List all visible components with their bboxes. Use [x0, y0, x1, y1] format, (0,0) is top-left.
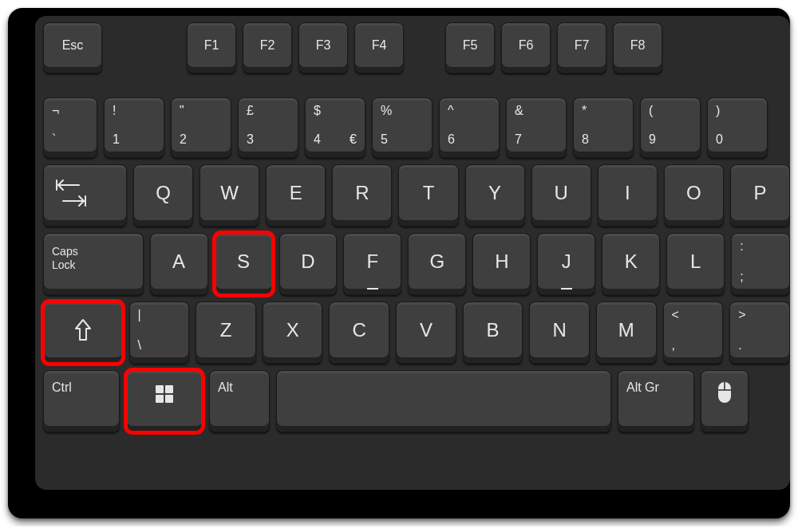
key-j[interactable]: J: [537, 233, 595, 295]
modifier-row: Ctrl Alt Alt Gr: [35, 370, 790, 432]
key-8[interactable]: * 8: [573, 97, 634, 158]
svg-marker-4: [76, 320, 90, 340]
key-period[interactable]: > .: [729, 301, 790, 364]
key-top: &: [515, 104, 523, 117]
key-e[interactable]: E: [266, 164, 326, 227]
func-gap: [410, 22, 439, 73]
key-u[interactable]: U: [531, 164, 591, 227]
key-bottom: ,: [672, 339, 675, 352]
windows-icon: [156, 385, 173, 403]
key-backslash[interactable]: | \: [129, 301, 190, 364]
key-q[interactable]: Q: [133, 164, 193, 227]
keyboard-board: Esc F1 F2 F3 F4 F5 F6 F7 F8 ¬ ` ! 1 ": [35, 16, 790, 490]
key-top: ): [716, 104, 720, 117]
key-l[interactable]: L: [666, 233, 725, 295]
key-f6[interactable]: F6: [501, 22, 551, 73]
key-windows[interactable]: [126, 370, 203, 432]
home-bump-icon: [561, 288, 572, 290]
qwerty-row: Q W E R T Y U I O P: [35, 164, 790, 227]
key-comma[interactable]: < ,: [663, 301, 724, 364]
key-a[interactable]: A: [150, 233, 208, 295]
key-5[interactable]: % 5: [372, 97, 433, 158]
key-ctrl-left[interactable]: Ctrl: [43, 370, 120, 432]
key-esc[interactable]: Esc: [43, 22, 102, 73]
key-top: >: [738, 309, 745, 321]
key-bottom: 9: [649, 133, 656, 146]
key-4[interactable]: $ 4 €: [305, 97, 365, 158]
key-0[interactable]: ) 0: [707, 97, 768, 158]
key-menu[interactable]: [701, 370, 749, 432]
key-bottom: 5: [381, 133, 388, 146]
key-bottom: 7: [515, 133, 522, 146]
key-h[interactable]: H: [472, 233, 531, 295]
func-spacer: [109, 22, 180, 73]
key-bottom: `: [52, 133, 56, 146]
key-shift-left[interactable]: [43, 301, 123, 364]
key-top: %: [381, 104, 392, 117]
key-c[interactable]: C: [329, 301, 389, 364]
key-top: ¬: [52, 104, 59, 117]
key-alt-left[interactable]: Alt: [209, 370, 270, 432]
home-bump-icon: [367, 288, 378, 290]
key-bottom: 4: [314, 133, 321, 146]
key-space[interactable]: [276, 370, 611, 432]
key-s[interactable]: S: [215, 233, 273, 295]
key-f7[interactable]: F7: [557, 22, 606, 73]
key-semicolon[interactable]: : ;: [731, 233, 790, 295]
key-v[interactable]: V: [396, 301, 456, 364]
key-f8[interactable]: F8: [613, 22, 662, 73]
key-f[interactable]: F: [343, 233, 401, 295]
key-top: <: [672, 309, 679, 321]
key-top: ": [180, 104, 184, 117]
key-3[interactable]: £ 3: [238, 97, 298, 158]
key-t[interactable]: T: [398, 164, 458, 227]
key-f5[interactable]: F5: [445, 22, 495, 73]
key-top: |: [138, 309, 141, 321]
key-top: :: [740, 240, 743, 253]
key-1[interactable]: ! 1: [104, 97, 164, 158]
key-d[interactable]: D: [279, 233, 338, 295]
key-n[interactable]: N: [529, 301, 590, 364]
key-g[interactable]: G: [408, 233, 466, 295]
key-bottom: 3: [247, 133, 254, 146]
key-bottom: .: [738, 339, 741, 352]
key-9[interactable]: ( 9: [640, 97, 701, 158]
asdf-row: Caps Lock A S D F G H J K L : ;: [35, 233, 790, 295]
number-row: ¬ ` ! 1 " 2 £ 3 $ 4 € % 5: [35, 97, 790, 158]
key-b[interactable]: B: [463, 301, 523, 364]
key-m[interactable]: M: [596, 301, 657, 364]
key-capslock[interactable]: Caps Lock: [43, 233, 144, 295]
key-letter: J: [562, 250, 571, 273]
key-bottom: 6: [448, 133, 455, 146]
key-i[interactable]: I: [598, 164, 658, 227]
key-top: $: [314, 104, 321, 117]
key-bottom: 2: [180, 133, 187, 146]
key-altgr[interactable]: Alt Gr: [618, 370, 694, 432]
key-o[interactable]: O: [664, 164, 724, 227]
key-f2[interactable]: F2: [243, 22, 292, 73]
key-f3[interactable]: F3: [298, 22, 348, 73]
key-backtick[interactable]: ¬ `: [43, 97, 97, 158]
key-top: ^: [448, 104, 454, 117]
key-k[interactable]: K: [602, 233, 660, 295]
key-bottom: 0: [716, 133, 723, 146]
key-bottom: 8: [582, 133, 589, 146]
key-r[interactable]: R: [332, 164, 392, 227]
key-z[interactable]: Z: [196, 301, 256, 364]
key-bottom: 1: [113, 133, 120, 146]
key-tab[interactable]: [43, 164, 127, 227]
keyboard-diagram: Esc F1 F2 F3 F4 F5 F6 F7 F8 ¬ ` ! 1 ": [8, 8, 790, 518]
key-y[interactable]: Y: [465, 164, 525, 227]
tab-icon: [52, 175, 90, 211]
key-2[interactable]: " 2: [171, 97, 231, 158]
key-p[interactable]: P: [730, 164, 790, 227]
key-f4[interactable]: F4: [354, 22, 404, 73]
key-f1[interactable]: F1: [187, 22, 236, 73]
key-7[interactable]: & 7: [506, 97, 567, 158]
key-6[interactable]: ^ 6: [439, 97, 500, 158]
mouse-icon: [716, 380, 733, 404]
key-top: (: [649, 104, 653, 117]
key-w[interactable]: W: [200, 164, 259, 227]
key-bottom: ;: [740, 270, 743, 283]
key-x[interactable]: X: [263, 301, 323, 364]
